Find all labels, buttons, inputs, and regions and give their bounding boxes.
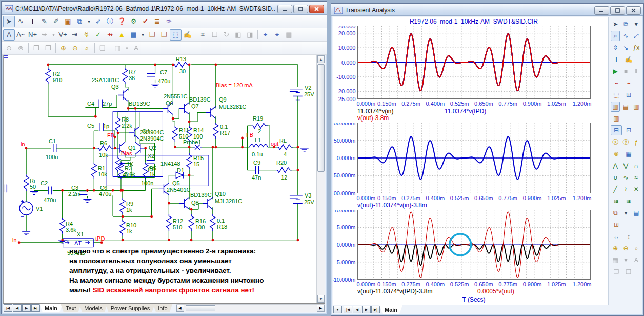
stretch-horizontal[interactable]: ↔ bbox=[611, 231, 622, 242]
close-button[interactable] bbox=[309, 5, 324, 13]
go-to-x[interactable]: ≈ bbox=[632, 172, 641, 183]
schematic-horizontal-scrollbar[interactable]: ◀ ▶ bbox=[176, 304, 325, 312]
grid-dropdown[interactable]: ▾ bbox=[139, 29, 146, 41]
vertical-scale-mode[interactable]: ⇕ bbox=[611, 43, 620, 53]
token-toggle[interactable]: ⊞ bbox=[623, 90, 634, 100]
go-to-peak[interactable]: ⋀ bbox=[611, 161, 620, 171]
data-points-toggle[interactable]: ⬚ bbox=[611, 90, 622, 100]
flip-x-tool[interactable]: ◧ bbox=[232, 29, 244, 41]
first-page-button[interactable]: |◀ bbox=[344, 306, 352, 313]
dotted-grid-toggle[interactable]: ⊡ bbox=[623, 125, 634, 135]
warning-toggle[interactable]: ▲ bbox=[116, 29, 128, 41]
prev-page-button[interactable]: ◀ bbox=[353, 306, 361, 313]
fx-settings[interactable]: ƒ bbox=[632, 137, 641, 147]
power-toggle[interactable]: ↯ bbox=[80, 29, 92, 41]
schematic-canvas[interactable]: R2910R7362SA1381CQ3C7470uR1330C427p2N555… bbox=[3, 55, 316, 303]
go-to-valley[interactable]: ⋁ bbox=[621, 161, 630, 171]
tab-models[interactable]: Models bbox=[79, 304, 107, 312]
hscroll-thumb[interactable] bbox=[186, 305, 215, 311]
numeric-123[interactable]: ⊞ bbox=[611, 220, 622, 230]
stop-gray[interactable]: ⊗ bbox=[15, 43, 27, 54]
zoom-100[interactable]: ⌕ bbox=[632, 243, 641, 253]
scroll-right-button[interactable]: ▶ bbox=[317, 305, 325, 312]
tab-info[interactable]: Info bbox=[153, 304, 172, 312]
schematic-titlebar[interactable]: C:\MC11\DATA\Petrov\Radio\R1972-06_Bat\m… bbox=[2, 2, 327, 15]
cursor-mode[interactable]: ∿ bbox=[621, 31, 630, 41]
restore-button[interactable] bbox=[293, 5, 308, 13]
zoom-out[interactable]: ⊖ bbox=[69, 43, 81, 54]
last-page-button[interactable]: ▶| bbox=[371, 306, 380, 313]
go-to-low[interactable]: ∪ bbox=[611, 172, 620, 183]
wire-mode-tool[interactable]: ∿ bbox=[15, 16, 27, 27]
tab-main[interactable]: Main bbox=[379, 305, 402, 314]
x-axis-settings[interactable]: ⓧ bbox=[611, 137, 620, 147]
restore-button[interactable] bbox=[610, 6, 625, 15]
page-flip[interactable]: ❏ bbox=[96, 43, 108, 54]
component-paste-tool[interactable]: ⧉ bbox=[74, 16, 86, 27]
text-tool[interactable]: T bbox=[27, 16, 38, 27]
formula-text-mode[interactable]: ƒx bbox=[632, 43, 641, 53]
cascade-windows[interactable]: ❐ bbox=[611, 267, 622, 277]
zoom-in[interactable]: ⊕ bbox=[611, 243, 620, 253]
node-voltages-toggle[interactable]: A~ bbox=[15, 29, 27, 41]
point-tag-mode[interactable]: ↘ bbox=[621, 43, 630, 53]
attribute-edit[interactable]: ✍ bbox=[182, 29, 193, 41]
grid-toggle[interactable]: ▦ bbox=[128, 29, 139, 41]
condition-toggle[interactable]: ✓ bbox=[92, 29, 104, 41]
first-page-button[interactable]: |◀ bbox=[4, 304, 12, 312]
legend-error-vtpd[interactable]: v(out)-11.0374*v(tPD)-3.8m bbox=[357, 288, 433, 295]
rotate-tool[interactable]: ↻ bbox=[220, 29, 232, 41]
legend-vin[interactable]: 11.0374*v(in) bbox=[357, 108, 394, 115]
tile-windows[interactable]: ❐ bbox=[42, 43, 54, 54]
region-box[interactable]: ☐ bbox=[209, 29, 220, 41]
go-to-high[interactable]: ∩ bbox=[632, 161, 641, 171]
analysis-titlebar[interactable]: Transient Analysis bbox=[331, 4, 643, 16]
model-check-tool[interactable]: ✔ bbox=[139, 16, 151, 27]
move-tool[interactable]: ⌗ bbox=[197, 29, 209, 41]
font-tool[interactable]: A bbox=[130, 43, 142, 54]
scale-mode[interactable]: ⌕ bbox=[611, 31, 620, 41]
stepping[interactable]: ⌁ bbox=[623, 78, 634, 88]
step-down[interactable]: ⊙ bbox=[3, 43, 15, 54]
baseline-toggle[interactable]: ⊟ bbox=[611, 125, 622, 135]
select-tool[interactable]: ➤ bbox=[3, 16, 15, 27]
legend-vout[interactable]: v(out)-3.8m bbox=[357, 114, 389, 122]
render-tool[interactable]: ✑ bbox=[163, 16, 175, 27]
find-component-tool[interactable]: ⚙ bbox=[128, 16, 139, 27]
find-tool[interactable]: ⌖ bbox=[259, 29, 271, 41]
analysis-limits[interactable]: ⌁ bbox=[611, 78, 622, 88]
minimize-button[interactable] bbox=[594, 6, 609, 15]
schematic-vertical-scrollbar[interactable]: ▲ ▼ bbox=[316, 55, 325, 303]
node-numbers-toggle[interactable]: A bbox=[3, 29, 15, 41]
grid-snap-dropdown[interactable]: ▾ bbox=[124, 43, 130, 54]
pan-mode[interactable]: ⤢ bbox=[632, 31, 641, 41]
envelope-down[interactable]: ≋ bbox=[611, 196, 622, 206]
dropdown[interactable]: ▾ bbox=[632, 19, 641, 29]
go-to-slope[interactable]: ╱ bbox=[611, 184, 620, 194]
flip-y-tool[interactable]: ◨ bbox=[244, 29, 256, 41]
title-block-toggle[interactable]: ❒ bbox=[158, 29, 170, 41]
plot-vertical-grid[interactable]: ▥ bbox=[611, 102, 620, 112]
scroll-down-button[interactable]: ▼ bbox=[317, 295, 325, 303]
envelope-center[interactable]: ≋ bbox=[623, 196, 634, 206]
plot-dropdown-button[interactable]: ▼ bbox=[333, 306, 342, 313]
tab-text[interactable]: Text bbox=[61, 304, 81, 312]
plot-horizontal-grid[interactable]: ▤ bbox=[621, 102, 630, 112]
select-tool[interactable]: ➤ bbox=[611, 19, 620, 29]
numeric-output-table[interactable]: ▦ bbox=[623, 149, 634, 159]
help-mode-tool[interactable]: ❓ bbox=[116, 16, 128, 27]
list-tool[interactable]: ≣ bbox=[151, 16, 163, 27]
tile-dropdown[interactable]: ▦ bbox=[611, 255, 620, 265]
line-tool[interactable]: ✎ bbox=[38, 16, 50, 27]
current-arrows-toggle[interactable]: ⇥ bbox=[69, 29, 80, 41]
legend-scaled-vout[interactable]: 0.0005*v(out) bbox=[477, 288, 514, 295]
clipboard-dropdown[interactable]: ▾ bbox=[621, 208, 630, 218]
scroll-up-button[interactable]: ▲ bbox=[317, 55, 325, 63]
zoom-query[interactable]: ⊜ bbox=[611, 149, 622, 159]
flag-tool[interactable]: ➶ bbox=[92, 16, 104, 27]
prev-page-button[interactable]: ◀ bbox=[13, 304, 22, 312]
report[interactable]: ▤ bbox=[632, 208, 641, 218]
border-toggle[interactable]: ❒ bbox=[146, 29, 158, 41]
legend-error-vin[interactable]: v(out)-11.0374*v(in)-3.8m bbox=[357, 202, 427, 209]
stretch-vertical[interactable]: ↕ bbox=[623, 231, 634, 242]
